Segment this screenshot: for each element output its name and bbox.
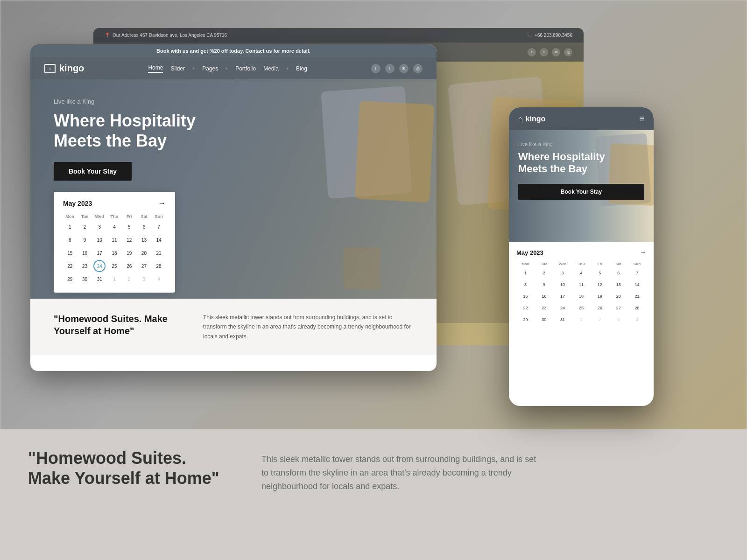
m-cal-26[interactable]: 26	[594, 302, 606, 314]
m-cal-1[interactable]: 1	[520, 267, 531, 279]
m-cal-13[interactable]: 13	[613, 279, 624, 290]
m-cal-28[interactable]: 28	[632, 302, 643, 314]
m-cal-31[interactable]: 31	[557, 314, 568, 325]
cal-day-6[interactable]: 6	[138, 221, 150, 233]
bg-phone: 📞 +66 203.890.3456	[527, 33, 572, 38]
cal-day-3[interactable]: 3	[93, 221, 106, 233]
cal-day-27[interactable]: 27	[138, 260, 150, 272]
social-facebook[interactable]: f	[371, 64, 381, 73]
cal-day-8[interactable]: 8	[64, 234, 76, 246]
desktop-quote-section: "Homewood Suites. Make Yourself at Home"…	[30, 299, 437, 355]
cal-day-next-2[interactable]: 2	[123, 273, 135, 285]
cal-day-19[interactable]: 19	[123, 247, 135, 259]
cal-day-31[interactable]: 31	[93, 273, 106, 285]
calendar-next-arrow[interactable]: →	[158, 199, 166, 208]
mobile-calendar-next[interactable]: →	[640, 249, 646, 256]
cal-day-11[interactable]: 11	[108, 234, 120, 246]
m-cal-3[interactable]: 3	[557, 267, 568, 279]
cal-day-14[interactable]: 14	[153, 234, 165, 246]
cal-day-23[interactable]: 23	[79, 260, 91, 272]
cal-day-24-today[interactable]: 24	[93, 260, 106, 272]
m-cal-15[interactable]: 15	[520, 291, 531, 302]
m-cal-16[interactable]: 16	[538, 291, 550, 302]
bottom-quote-text: "Homewood Suites. Make Yourself at Home"	[28, 448, 224, 541]
desktop-browser-mockup: Book with us and get %20 off today. Cont…	[30, 44, 437, 371]
cal-day-7[interactable]: 7	[153, 221, 165, 233]
m-cal-12[interactable]: 12	[594, 279, 606, 290]
m-cal-27[interactable]: 27	[613, 302, 624, 314]
mobile-cal-sun: Sun	[628, 261, 646, 267]
promo-link[interactable]: Contact us for more detail.	[246, 48, 310, 54]
mobile-cal-thu: Thu	[572, 261, 591, 267]
cal-day-9[interactable]: 9	[79, 234, 91, 246]
cal-day-30[interactable]: 30	[79, 273, 91, 285]
cal-day-16[interactable]: 16	[79, 247, 91, 259]
cal-day-2[interactable]: 2	[79, 221, 91, 233]
m-cal-30[interactable]: 30	[538, 314, 550, 325]
cal-day-1[interactable]: 1	[64, 221, 76, 233]
nav-portfolio[interactable]: Portfolio	[235, 65, 256, 72]
m-cal-n2[interactable]: 2	[594, 314, 606, 325]
m-cal-19[interactable]: 19	[594, 291, 606, 302]
nav-blog[interactable]: Blog	[296, 65, 307, 72]
m-cal-25[interactable]: 25	[576, 302, 587, 314]
hamburger-menu-icon[interactable]: ≡	[639, 114, 644, 124]
m-cal-14[interactable]: 14	[632, 279, 643, 290]
m-cal-4[interactable]: 4	[576, 267, 587, 279]
m-cal-29[interactable]: 29	[520, 314, 531, 325]
cal-day-next-4[interactable]: 4	[153, 273, 165, 285]
social-email[interactable]: ✉	[399, 64, 409, 73]
cal-day-28[interactable]: 28	[153, 260, 165, 272]
m-cal-2[interactable]: 2	[538, 267, 550, 279]
cal-day-15[interactable]: 15	[64, 247, 76, 259]
cal-day-5[interactable]: 5	[123, 221, 135, 233]
hero-content: Live like a King Where Hospitality Meets…	[30, 79, 437, 299]
cal-day-18[interactable]: 18	[108, 247, 120, 259]
m-cal-n1[interactable]: 1	[576, 314, 587, 325]
cal-day-21[interactable]: 21	[153, 247, 165, 259]
m-cal-7[interactable]: 7	[632, 267, 643, 279]
m-cal-18[interactable]: 18	[576, 291, 587, 302]
cal-day-next-3[interactable]: 3	[138, 273, 150, 285]
m-cal-8[interactable]: 8	[520, 279, 531, 290]
m-cal-20[interactable]: 20	[613, 291, 624, 302]
social-instagram[interactable]: ◎	[413, 64, 423, 73]
cal-day-26[interactable]: 26	[123, 260, 135, 272]
bg-social-facebook: f	[528, 48, 536, 56]
cal-day-17[interactable]: 17	[93, 247, 106, 259]
cal-header-tue: Tue	[78, 213, 92, 220]
nav-pages[interactable]: Pages	[202, 65, 218, 72]
social-twitter[interactable]: t	[385, 64, 395, 73]
nav-links: Home Slider ▾ Pages ▾ Portfolio Media ▾ …	[148, 64, 307, 73]
book-stay-button[interactable]: Book Your Stay	[54, 162, 132, 181]
m-cal-23[interactable]: 23	[538, 302, 550, 314]
cal-day-22[interactable]: 22	[64, 260, 76, 272]
m-cal-n3[interactable]: 3	[613, 314, 624, 325]
m-cal-5[interactable]: 5	[594, 267, 606, 279]
cal-day-25[interactable]: 25	[108, 260, 120, 272]
nav-slider[interactable]: Slider	[170, 65, 185, 72]
m-cal-6[interactable]: 6	[613, 267, 624, 279]
m-cal-n4[interactable]: 4	[632, 314, 643, 325]
cal-day-next-1[interactable]: 1	[108, 273, 120, 285]
cal-header-mon: Mon	[63, 213, 77, 220]
cal-day-29[interactable]: 29	[64, 273, 76, 285]
m-cal-24[interactable]: 24	[557, 302, 568, 314]
m-cal-11[interactable]: 11	[576, 279, 587, 290]
cal-day-13[interactable]: 13	[138, 234, 150, 246]
mobile-calendar: May 2023 → Mon Tue Wed Thu Fri Sat Sun 1…	[509, 242, 654, 332]
nav-home[interactable]: Home	[148, 64, 163, 73]
mobile-book-button[interactable]: Book Your Stay	[518, 184, 644, 200]
m-cal-17[interactable]: 17	[557, 291, 568, 302]
m-cal-22[interactable]: 22	[520, 302, 531, 314]
calendar-popup: May 2023 → Mon Tue Wed Thu Fri Sat Sun 1…	[54, 192, 175, 293]
nav-media[interactable]: Media	[263, 65, 279, 72]
cal-day-10[interactable]: 10	[93, 234, 106, 246]
cal-day-4[interactable]: 4	[108, 221, 120, 233]
m-cal-9[interactable]: 9	[538, 279, 550, 290]
m-cal-10[interactable]: 10	[557, 279, 568, 290]
mobile-nav: ⌂ kingo ≡	[509, 107, 654, 130]
cal-day-20[interactable]: 20	[138, 247, 150, 259]
cal-day-12[interactable]: 12	[123, 234, 135, 246]
m-cal-21[interactable]: 21	[632, 291, 643, 302]
